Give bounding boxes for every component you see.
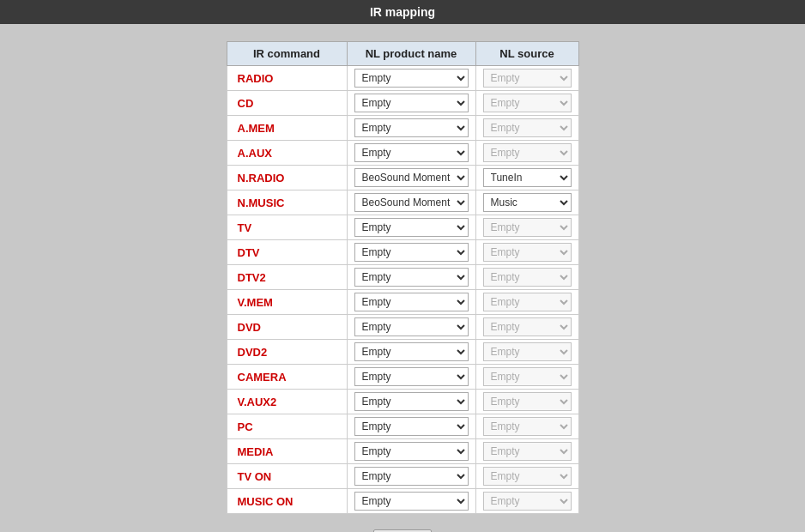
table-row: V.MEMEmptyEmpty xyxy=(227,290,578,315)
nl-product-select[interactable]: Empty xyxy=(354,417,469,436)
nl-product-cell[interactable]: Empty xyxy=(347,290,475,315)
nl-source-cell: Empty xyxy=(475,365,578,390)
nl-product-select[interactable]: Empty xyxy=(354,293,469,311)
nl-product-cell[interactable]: Empty xyxy=(347,265,475,290)
ir-command-cell: PC xyxy=(227,414,347,439)
table-row: CAMERAEmptyEmpty xyxy=(227,365,578,390)
ir-command-cell: TV xyxy=(227,215,347,240)
nl-product-select[interactable]: Empty xyxy=(354,218,469,237)
nl-product-select[interactable]: Empty xyxy=(354,94,469,112)
nl-product-cell[interactable]: Empty xyxy=(347,390,475,414)
nl-source-select: Empty xyxy=(483,268,572,287)
nl-product-cell[interactable]: Empty xyxy=(347,489,475,514)
nl-product-select[interactable]: BeoSound Moment xyxy=(354,168,469,187)
nl-source-cell: Empty xyxy=(475,240,578,265)
ir-command-cell: N.RADIO xyxy=(227,166,347,190)
nl-source-cell: Empty xyxy=(475,66,578,91)
nl-source-cell: Empty xyxy=(475,414,578,439)
nl-product-cell[interactable]: BeoSound Moment xyxy=(347,190,475,215)
nl-product-cell[interactable]: Empty xyxy=(347,66,475,91)
nl-product-cell[interactable]: Empty xyxy=(347,340,475,365)
nl-product-select[interactable]: Empty xyxy=(354,492,469,511)
nl-source-cell: Empty xyxy=(475,464,578,489)
nl-product-select[interactable]: Empty xyxy=(354,69,469,88)
nl-product-select[interactable]: Empty xyxy=(354,392,469,411)
ir-command-cell: DVD2 xyxy=(227,340,347,365)
nl-source-cell: Empty xyxy=(475,215,578,240)
nl-source-cell: Empty xyxy=(475,489,578,514)
nl-product-select[interactable]: Empty xyxy=(354,367,469,386)
table-row: TV ONEmptyEmpty xyxy=(227,464,578,489)
nl-source-select[interactable]: Music xyxy=(483,193,572,212)
ir-command-cell: RADIO xyxy=(227,66,347,91)
nl-source-select: Empty xyxy=(483,367,572,386)
nl-source-cell: Empty xyxy=(475,290,578,315)
nl-product-cell[interactable]: Empty xyxy=(347,365,475,390)
nl-product-select[interactable]: Empty xyxy=(354,268,469,287)
nl-source-select: Empty xyxy=(483,94,572,112)
ir-mapping-table: IR command NL product name NL source RAD… xyxy=(227,41,579,514)
nl-source-cell: Empty xyxy=(475,91,578,116)
nl-product-select[interactable]: Empty xyxy=(354,467,469,486)
nl-product-cell[interactable]: Empty xyxy=(347,91,475,116)
table-row: N.MUSICBeoSound MomentMusic xyxy=(227,190,578,215)
nl-product-select[interactable]: Empty xyxy=(354,442,469,461)
table-row: A.MEMEmptyEmpty xyxy=(227,116,578,141)
ir-command-cell: A.MEM xyxy=(227,116,347,141)
ir-command-cell: V.MEM xyxy=(227,290,347,315)
nl-product-select[interactable]: Empty xyxy=(354,342,469,361)
nl-source-cell: Empty xyxy=(475,265,578,290)
nl-source-select: Empty xyxy=(483,317,572,336)
nl-product-cell[interactable]: BeoSound Moment xyxy=(347,166,475,190)
col-header-source: NL source xyxy=(475,42,578,66)
nl-source-select[interactable]: TuneIn xyxy=(483,168,572,187)
nl-source-cell: Empty xyxy=(475,116,578,141)
nl-product-select[interactable]: Empty xyxy=(354,118,469,137)
nl-product-cell[interactable]: Empty xyxy=(347,116,475,141)
title-bar: IR mapping xyxy=(0,0,805,24)
nl-source-select: Empty xyxy=(483,243,572,262)
nl-source-cell: Empty xyxy=(475,390,578,414)
nl-product-select[interactable]: BeoSound Moment xyxy=(354,193,469,212)
nl-source-select: Empty xyxy=(483,392,572,411)
table-row: DTV2EmptyEmpty xyxy=(227,265,578,290)
nl-product-cell[interactable]: Empty xyxy=(347,315,475,340)
nl-source-select: Empty xyxy=(483,342,572,361)
nl-product-select[interactable]: Empty xyxy=(354,317,469,336)
ir-command-cell: DTV xyxy=(227,240,347,265)
ir-command-cell: MUSIC ON xyxy=(227,489,347,514)
table-row: V.AUX2EmptyEmpty xyxy=(227,390,578,414)
nl-product-cell[interactable]: Empty xyxy=(347,439,475,464)
nl-product-cell[interactable]: Empty xyxy=(347,141,475,166)
nl-source-select: Empty xyxy=(483,218,572,237)
table-row: N.RADIOBeoSound MomentTuneIn xyxy=(227,166,578,190)
nl-source-select: Empty xyxy=(483,143,572,162)
nl-source-cell: Empty xyxy=(475,340,578,365)
table-row: RADIOEmptyEmpty xyxy=(227,66,578,91)
col-header-product: NL product name xyxy=(347,42,475,66)
nl-source-select: Empty xyxy=(483,118,572,137)
ir-command-cell: CAMERA xyxy=(227,365,347,390)
table-row: TVEmptyEmpty xyxy=(227,215,578,240)
nl-source-cell[interactable]: Music xyxy=(475,190,578,215)
page-content: IR command NL product name NL source RAD… xyxy=(0,24,805,532)
nl-source-cell: Empty xyxy=(475,439,578,464)
ir-command-cell: V.AUX2 xyxy=(227,390,347,414)
ir-command-cell: MEDIA xyxy=(227,439,347,464)
nl-product-cell[interactable]: Empty xyxy=(347,464,475,489)
nl-product-select[interactable]: Empty xyxy=(354,243,469,262)
ir-command-cell: A.AUX xyxy=(227,141,347,166)
table-row: MEDIAEmptyEmpty xyxy=(227,439,578,464)
nl-source-select: Empty xyxy=(483,69,572,88)
table-row: DVD2EmptyEmpty xyxy=(227,340,578,365)
ir-command-cell: CD xyxy=(227,91,347,116)
nl-product-cell[interactable]: Empty xyxy=(347,215,475,240)
nl-source-select: Empty xyxy=(483,442,572,461)
nl-source-select: Empty xyxy=(483,417,572,436)
nl-product-select[interactable]: Empty xyxy=(354,143,469,162)
table-row: MUSIC ONEmptyEmpty xyxy=(227,489,578,514)
nl-product-cell[interactable]: Empty xyxy=(347,414,475,439)
nl-product-cell[interactable]: Empty xyxy=(347,240,475,265)
ir-command-cell: DVD xyxy=(227,315,347,340)
nl-source-cell[interactable]: TuneIn xyxy=(475,166,578,190)
